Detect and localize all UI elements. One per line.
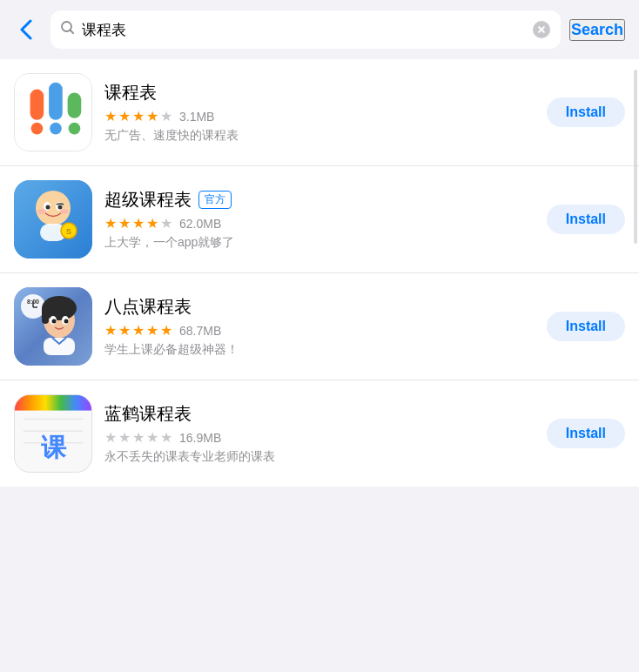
list-item: 8:00 [0, 273, 639, 380]
install-button-super[interactable]: Install [547, 205, 625, 234]
star-2: ★ [118, 108, 131, 124]
app-name-row: 蓝鹤课程表 [104, 402, 535, 426]
app-desc: 学生上课必备超级神器！ [104, 342, 535, 358]
app-name: 超级课程表 [104, 188, 192, 212]
rating-row: ★ ★ ★ ★ ★ 68.7MB [104, 322, 535, 339]
svg-point-9 [36, 191, 71, 225]
file-size: 16.9MB [179, 431, 221, 445]
stars: ★ ★ ★ ★ ★ [104, 322, 172, 339]
star-3: ★ [132, 322, 145, 339]
star-half: ★ [146, 108, 158, 124]
stars: ★ ★ ★ ★ ★ [104, 108, 172, 124]
rating-row: ★ ★ ★ ★ ★ 3.1MB [104, 108, 535, 124]
file-size: 62.0MB [179, 217, 221, 231]
svg-rect-2 [30, 90, 44, 120]
star-5: ★ [160, 322, 172, 339]
star-4: ★ [146, 322, 158, 339]
svg-rect-32 [44, 338, 75, 355]
app-desc: 永不丢失的课表专业老师的课表 [104, 449, 535, 465]
svg-rect-6 [68, 93, 82, 118]
svg-text:S: S [66, 227, 71, 236]
app-info-super: 超级课程表 官方 ★ ★ ★ ★ ★ 62.0MB 上大学，一个app就够了 [104, 188, 535, 251]
app-desc: 上大学，一个app就够了 [104, 235, 535, 251]
back-icon [20, 19, 32, 40]
install-button-kechengbiao[interactable]: Install [547, 97, 625, 127]
star-4: ★ [146, 215, 158, 232]
list-item: 课 蓝鹤课程表 ★ ★ ★ ★ ★ 16.9MB 永不丢失的课表专业老师的课表 … [0, 380, 639, 487]
svg-point-31 [64, 319, 69, 324]
star-empty-4: ★ [146, 429, 158, 446]
app-info-kechengbiao: 课程表 ★ ★ ★ ★ ★ 3.1MB 无广告、速度快的课程表 [104, 81, 535, 144]
svg-point-12 [46, 205, 50, 210]
app-info-lanhe: 蓝鹤课程表 ★ ★ ★ ★ ★ 16.9MB 永不丢失的课表专业老师的课表 [104, 402, 535, 465]
header: Search [0, 0, 639, 59]
app-list: 课程表 ★ ★ ★ ★ ★ 3.1MB 无广告、速度快的课程表 Install [0, 59, 639, 487]
star-empty-1: ★ [160, 108, 172, 124]
search-input[interactable] [82, 21, 526, 38]
svg-point-13 [58, 205, 63, 210]
list-item: 课程表 ★ ★ ★ ★ ★ 3.1MB 无广告、速度快的课程表 Install [0, 59, 639, 166]
install-button-badian[interactable]: Install [547, 312, 625, 341]
app-name-row: 课程表 [104, 81, 535, 104]
star-empty-2: ★ [118, 429, 131, 446]
stars: ★ ★ ★ ★ ★ [104, 215, 172, 232]
star-1: ★ [104, 322, 117, 339]
scrollbar[interactable] [634, 70, 637, 244]
rating-row: ★ ★ ★ ★ ★ 62.0MB [104, 215, 535, 232]
svg-rect-37 [15, 395, 91, 411]
app-icon-kechengbiao [14, 73, 92, 151]
stars: ★ ★ ★ ★ ★ [104, 429, 172, 446]
svg-text:课: 课 [41, 433, 67, 461]
svg-point-15 [60, 209, 69, 214]
svg-rect-4 [49, 83, 63, 120]
svg-rect-26 [42, 306, 49, 324]
star-2: ★ [118, 322, 131, 339]
app-icon-badian: 8:00 [14, 287, 92, 366]
app-name: 八点课程表 [104, 295, 192, 319]
install-button-lanhe[interactable]: Install [547, 419, 625, 448]
star-3: ★ [132, 215, 145, 232]
clear-button[interactable] [533, 21, 550, 38]
official-badge: 官方 [198, 191, 232, 209]
star-3: ★ [132, 108, 145, 124]
search-button[interactable]: Search [569, 19, 625, 41]
app-name-row: 超级课程表 官方 [104, 188, 535, 212]
star-1: ★ [104, 215, 117, 232]
star-empty-3: ★ [132, 429, 145, 446]
svg-point-30 [52, 319, 57, 324]
app-name: 课程表 [104, 81, 157, 104]
star-empty-1: ★ [104, 429, 117, 446]
app-icon-super: S [14, 180, 92, 259]
svg-point-5 [50, 123, 62, 135]
list-item: S 超级课程表 官方 ★ ★ ★ ★ ★ 62.0MB 上大学，一个app就够了… [0, 166, 639, 273]
star-2: ★ [118, 215, 131, 232]
search-bar [50, 10, 561, 49]
app-name: 蓝鹤课程表 [104, 402, 192, 426]
star-empty-1: ★ [160, 215, 172, 232]
file-size: 68.7MB [179, 324, 221, 338]
svg-point-14 [37, 209, 46, 214]
app-info-badian: 八点课程表 ★ ★ ★ ★ ★ 68.7MB 学生上课必备超级神器！ [104, 295, 535, 358]
search-icon [61, 21, 75, 38]
file-size: 3.1MB [179, 110, 214, 124]
app-desc: 无广告、速度快的课程表 [104, 128, 535, 144]
svg-point-7 [69, 123, 81, 135]
back-button[interactable] [10, 14, 42, 45]
app-icon-lanhe: 课 [14, 394, 92, 473]
svg-point-3 [31, 123, 44, 135]
app-name-row: 八点课程表 [104, 295, 535, 319]
rating-row: ★ ★ ★ ★ ★ 16.9MB [104, 429, 535, 446]
star-1: ★ [104, 108, 117, 124]
star-empty-5: ★ [160, 429, 172, 446]
